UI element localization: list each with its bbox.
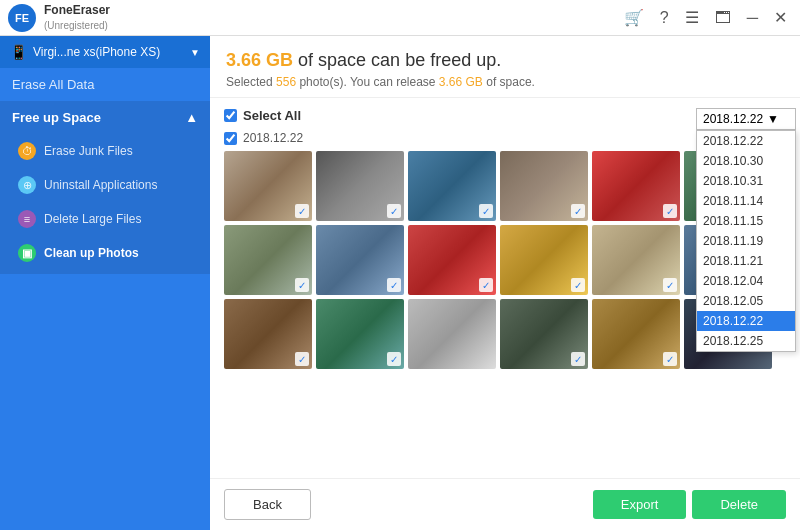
photo-thumb-3[interactable]: ✓ (408, 151, 496, 221)
header-title-rest: of space can be freed up. (298, 50, 501, 70)
photo-thumb-1[interactable]: ✓ (224, 151, 312, 221)
check-overlay-7: ✓ (295, 278, 309, 292)
export-button[interactable]: Export (593, 490, 687, 519)
photo-thumb-10[interactable]: ✓ (500, 225, 588, 295)
check-overlay-14: ✓ (387, 352, 401, 366)
cart-icon[interactable]: 🛒 (619, 6, 649, 29)
erase-all-label: Erase All Data (12, 77, 94, 92)
app-name-sub: (Unregistered) (44, 19, 110, 32)
select-all-checkbox[interactable] (224, 109, 237, 122)
ddl-item-1[interactable]: 2018.12.22 (697, 131, 795, 151)
chevron-down-icon: ▼ (190, 47, 200, 58)
ddl-item-11[interactable]: 2018.12.25 (697, 331, 795, 351)
check-overlay-3: ✓ (479, 204, 493, 218)
check-overlay-9: ✓ (479, 278, 493, 292)
device-name: Virgi...ne xs(iPhone XS) (33, 45, 160, 59)
ddl-item-2[interactable]: 2018.10.30 (697, 151, 795, 171)
free-up-space-header[interactable]: Free up Space ▲ (0, 101, 210, 134)
ddl-item-4[interactable]: 2018.11.14 (697, 191, 795, 211)
dropdown-arrow-icon: ▼ (767, 112, 779, 126)
date-group-label: 2018.12.22 (243, 131, 303, 145)
main-layout: 📱 Virgi...ne xs(iPhone XS) ▼ Erase All D… (0, 36, 800, 530)
ddl-item-8[interactable]: 2018.12.04 (697, 271, 795, 291)
content-header: 3.66 GB of space can be freed up. Select… (210, 36, 800, 98)
title-bar: FE FoneEraser (Unregistered) 🛒 ? ☰ 🗔 ─ ✕ (0, 0, 800, 36)
free-up-space-section: Free up Space ▲ ⏱ Erase Junk Files ⊕ Uni… (0, 101, 210, 274)
footer-right-buttons: Export Delete (593, 490, 786, 519)
logo-text: FE (15, 12, 29, 24)
photo-thumb-2[interactable]: ✓ (316, 151, 404, 221)
dropdown-selected-value: 2018.12.22 (703, 112, 763, 126)
date-group-checkbox[interactable] (224, 132, 237, 145)
subtitle-part1: Selected (226, 75, 276, 89)
collapse-icon: ▲ (185, 110, 198, 125)
photo-thumb-16[interactable]: ✓ (500, 299, 588, 369)
date-dropdown-selected[interactable]: 2018.12.22 ▼ (696, 108, 796, 130)
close-button[interactable]: ✕ (769, 6, 792, 29)
ddl-item-7[interactable]: 2018.11.21 (697, 251, 795, 271)
sidebar-item-erase-junk[interactable]: ⏱ Erase Junk Files (0, 134, 210, 168)
photo-thumb-7[interactable]: ✓ (224, 225, 312, 295)
sidebar-item-clean-photos[interactable]: ▣ Clean up Photos (0, 236, 210, 270)
erase-junk-label: Erase Junk Files (44, 144, 133, 158)
ddl-item-6[interactable]: 2018.11.19 (697, 231, 795, 251)
check-overlay-4: ✓ (571, 204, 585, 218)
content-title: 3.66 GB of space can be freed up. (226, 50, 784, 71)
check-overlay-11: ✓ (663, 278, 677, 292)
photo-thumb-17[interactable]: ✓ (592, 299, 680, 369)
delete-large-label: Delete Large Files (44, 212, 141, 226)
back-button[interactable]: Back (224, 489, 311, 520)
content-footer: Back Export Delete (210, 478, 800, 530)
check-overlay-10: ✓ (571, 278, 585, 292)
photo-thumb-8[interactable]: ✓ (316, 225, 404, 295)
photo-thumb-11[interactable]: ✓ (592, 225, 680, 295)
ddl-item-5[interactable]: 2018.11.15 (697, 211, 795, 231)
app-logo: FE (8, 4, 36, 32)
check-overlay-5: ✓ (663, 204, 677, 218)
device-icon: 📱 (10, 44, 27, 60)
content-area: 3.66 GB of space can be freed up. Select… (210, 36, 800, 530)
device-selector[interactable]: 📱 Virgi...ne xs(iPhone XS) ▼ (0, 36, 210, 68)
ddl-item-9[interactable]: 2018.12.05 (697, 291, 795, 311)
check-overlay-2: ✓ (387, 204, 401, 218)
content-subtitle: Selected 556 photo(s). You can release 3… (226, 75, 784, 89)
space-amount: 3.66 GB (226, 50, 293, 70)
clean-photos-label: Clean up Photos (44, 246, 139, 260)
check-overlay-16: ✓ (571, 352, 585, 366)
check-overlay-17: ✓ (663, 352, 677, 366)
photo-thumb-14[interactable]: ✓ (316, 299, 404, 369)
minimize-icon[interactable]: 🗔 (710, 7, 736, 29)
photo-thumb-9[interactable]: ✓ (408, 225, 496, 295)
photo-thumb-13[interactable]: ✓ (224, 299, 312, 369)
uninstall-apps-label: Uninstall Applications (44, 178, 157, 192)
release-size: 3.66 GB (439, 75, 483, 89)
uninstall-apps-icon: ⊕ (18, 176, 36, 194)
sidebar-item-delete-large[interactable]: ≡ Delete Large Files (0, 202, 210, 236)
maximize-icon[interactable]: ─ (742, 7, 763, 29)
date-dropdown-list: 2018.12.22 2018.10.30 2018.10.31 2018.11… (696, 130, 796, 352)
photo-thumb-4[interactable]: ✓ (500, 151, 588, 221)
help-icon[interactable]: ? (655, 7, 674, 29)
sidebar-item-uninstall-apps[interactable]: ⊕ Uninstall Applications (0, 168, 210, 202)
subtitle-part5: of space. (483, 75, 535, 89)
content-body: 2018.12.22 ▼ 2018.12.22 2018.10.30 2018.… (210, 98, 800, 478)
select-all-label: Select All (243, 108, 301, 123)
delete-large-icon: ≡ (18, 210, 36, 228)
free-up-space-label: Free up Space (12, 110, 101, 125)
sidebar-item-erase-all[interactable]: Erase All Data (0, 68, 210, 101)
photo-thumb-5[interactable]: ✓ (592, 151, 680, 221)
window-controls: 🛒 ? ☰ 🗔 ─ ✕ (619, 6, 792, 29)
erase-junk-icon: ⏱ (18, 142, 36, 160)
photo-thumb-15[interactable] (408, 299, 496, 369)
delete-button[interactable]: Delete (692, 490, 786, 519)
device-selector-left: 📱 Virgi...ne xs(iPhone XS) (10, 44, 160, 60)
ddl-item-3[interactable]: 2018.10.31 (697, 171, 795, 191)
app-name-block: FoneEraser (Unregistered) (44, 3, 110, 32)
ddl-item-10[interactable]: 2018.12.22 (697, 311, 795, 331)
date-dropdown-wrapper: 2018.12.22 ▼ 2018.12.22 2018.10.30 2018.… (696, 108, 796, 130)
sidebar: 📱 Virgi...ne xs(iPhone XS) ▼ Erase All D… (0, 36, 210, 530)
menu-icon[interactable]: ☰ (680, 6, 704, 29)
check-overlay-1: ✓ (295, 204, 309, 218)
check-overlay-8: ✓ (387, 278, 401, 292)
clean-photos-icon: ▣ (18, 244, 36, 262)
